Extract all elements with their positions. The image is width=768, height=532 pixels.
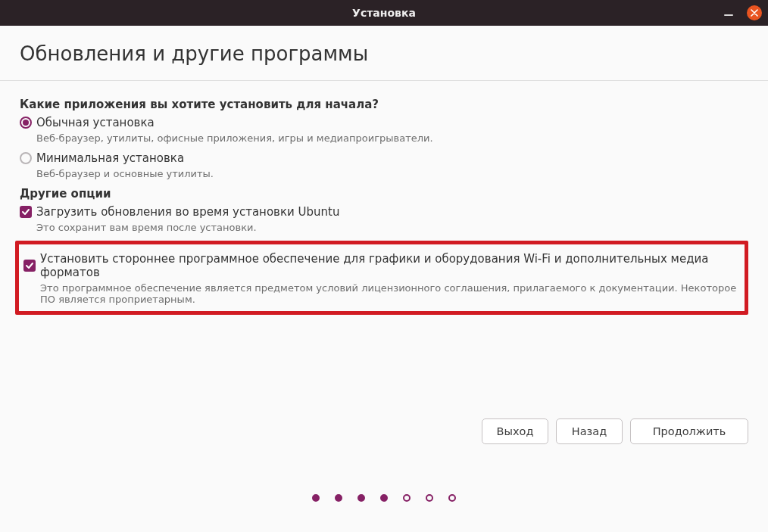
- close-icon: [751, 9, 758, 17]
- window-title: Установка: [352, 7, 416, 19]
- third-party-option[interactable]: Установить стороннее программное обеспеч…: [23, 252, 740, 279]
- normal-install-label: Обычная установка: [36, 116, 155, 129]
- third-party-label: Установить стороннее программное обеспеч…: [40, 252, 740, 279]
- download-updates-desc: Это сохранит вам время после установки.: [36, 222, 748, 233]
- other-options-heading: Другие опции: [20, 187, 748, 201]
- pager-dot[interactable]: [380, 494, 388, 502]
- titlebar: Установка: [0, 0, 768, 26]
- pager-dot[interactable]: [312, 494, 320, 502]
- continue-button[interactable]: Продолжить: [630, 418, 748, 444]
- check-icon: [21, 207, 30, 216]
- minimal-install-radio[interactable]: [20, 152, 32, 164]
- minimal-install-option[interactable]: Минимальная установка: [20, 151, 748, 165]
- pager-dot[interactable]: [335, 494, 342, 502]
- normal-install-desc: Веб-браузер, утилиты, офисные приложения…: [36, 132, 748, 144]
- apps-question: Какие приложения вы хотите установить дл…: [20, 98, 748, 111]
- minimize-button[interactable]: [724, 14, 733, 16]
- check-icon: [25, 261, 34, 270]
- back-button[interactable]: Назад: [556, 418, 623, 444]
- normal-install-option[interactable]: Обычная установка: [20, 116, 748, 129]
- close-button[interactable]: [747, 5, 762, 20]
- minimal-install-label: Минимальная установка: [36, 151, 184, 165]
- download-updates-label: Загрузить обновления во время установки …: [36, 205, 339, 219]
- third-party-checkbox[interactable]: [23, 260, 36, 272]
- quit-button[interactable]: Выход: [482, 418, 548, 444]
- pager-dot[interactable]: [426, 494, 433, 502]
- page-title: Обновления и другие программы: [20, 42, 748, 80]
- pager-dot[interactable]: [448, 494, 456, 502]
- normal-install-radio[interactable]: [20, 117, 32, 129]
- highlight-box: Установить стороннее программное обеспеч…: [15, 241, 748, 315]
- download-updates-checkbox[interactable]: [20, 206, 32, 218]
- download-updates-option[interactable]: Загрузить обновления во время установки …: [20, 205, 748, 219]
- third-party-desc: Это программное обеспечение является пре…: [40, 282, 740, 305]
- divider: [0, 80, 768, 81]
- pager-dot[interactable]: [403, 494, 411, 502]
- pager: [0, 494, 768, 502]
- minimal-install-desc: Веб-браузер и основные утилиты.: [36, 168, 748, 179]
- pager-dot[interactable]: [357, 494, 365, 502]
- footer-buttons: Выход Назад Продолжить: [482, 418, 748, 444]
